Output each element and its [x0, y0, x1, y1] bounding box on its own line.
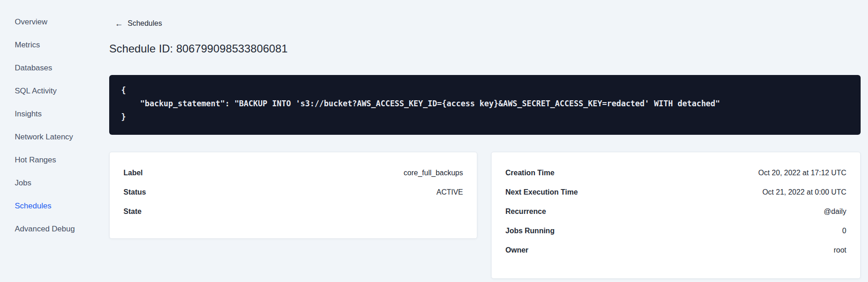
sidebar-item-overview[interactable]: Overview	[0, 11, 83, 34]
code-line: }	[121, 112, 126, 121]
row-label: Label	[123, 169, 143, 177]
detail-row-status: Status ACTIVE	[123, 183, 463, 202]
row-value: root	[833, 246, 846, 254]
page-title: Schedule ID: 806799098533806081	[109, 42, 287, 55]
sidebar-item-hot-ranges[interactable]: Hot Ranges	[0, 149, 83, 172]
code-line: {	[121, 86, 126, 95]
schedule-definition-code: { "backup_statement": "BACKUP INTO 's3:/…	[121, 84, 849, 124]
code-line: "backup_statement": "BACKUP INTO 's3://b…	[121, 99, 720, 108]
row-value: Oct 21, 2022 at 0:00 UTC	[762, 188, 846, 196]
row-label: State	[123, 207, 141, 216]
back-link-schedules[interactable]: ← Schedules	[115, 19, 162, 28]
row-value: @daily	[824, 207, 846, 216]
sidebar-item-sql-activity[interactable]: SQL Activity	[0, 80, 83, 103]
detail-row-recurrence: Recurrence @daily	[505, 202, 846, 221]
detail-row-jobs-running: Jobs Running 0	[505, 221, 846, 241]
sidebar-item-insights[interactable]: Insights	[0, 103, 83, 126]
schedule-timing-card: Creation Time Oct 20, 2022 at 17:12 UTC …	[491, 152, 861, 279]
sidebar-item-schedules[interactable]: Schedules	[0, 195, 83, 218]
sidebar-item-network-latency[interactable]: Network Latency	[0, 126, 83, 149]
schedule-definition-code-block: { "backup_statement": "BACKUP INTO 's3:/…	[109, 75, 861, 135]
sidebar-nav: Overview Metrics Databases SQL Activity …	[0, 11, 83, 241]
sidebar-item-metrics[interactable]: Metrics	[0, 34, 83, 57]
row-label: Creation Time	[505, 169, 554, 177]
detail-row-owner: Owner root	[505, 241, 846, 260]
row-label: Owner	[505, 246, 528, 254]
detail-row-next-execution-time: Next Execution Time Oct 21, 2022 at 0:00…	[505, 183, 846, 202]
row-value: core_full_backups	[404, 169, 463, 177]
row-value: 0	[842, 227, 846, 235]
sidebar-item-jobs[interactable]: Jobs	[0, 172, 83, 195]
sidebar-item-list: Overview Metrics Databases SQL Activity …	[0, 11, 83, 241]
row-label: Status	[123, 188, 146, 196]
schedule-details-card: Label core_full_backups Status ACTIVE St…	[109, 152, 477, 239]
row-label: Jobs Running	[505, 227, 555, 235]
detail-row-state: State	[123, 202, 463, 221]
back-arrow-icon: ←	[115, 19, 123, 28]
detail-row-creation-time: Creation Time Oct 20, 2022 at 17:12 UTC	[505, 163, 846, 183]
row-label: Next Execution Time	[505, 188, 578, 196]
row-value: ACTIVE	[436, 188, 463, 196]
back-link-label: Schedules	[128, 19, 162, 28]
row-label: Recurrence	[505, 207, 546, 216]
sidebar-item-advanced-debug[interactable]: Advanced Debug	[0, 218, 83, 241]
row-value: Oct 20, 2022 at 17:12 UTC	[758, 169, 846, 177]
detail-row-label: Label core_full_backups	[123, 163, 463, 183]
sidebar-item-databases[interactable]: Databases	[0, 57, 83, 80]
